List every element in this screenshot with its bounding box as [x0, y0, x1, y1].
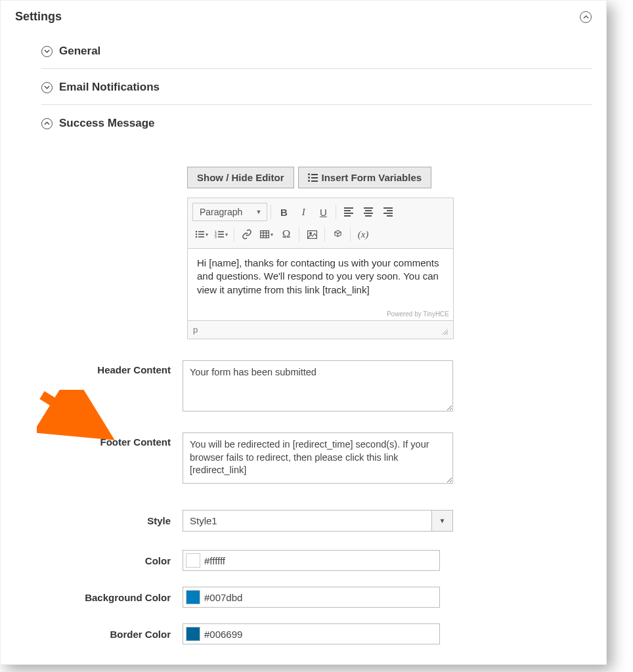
section-general[interactable]: General	[41, 33, 592, 69]
format-label: Paragraph	[200, 207, 242, 217]
section-success-message[interactable]: Success Message	[41, 105, 592, 140]
bold-button[interactable]: B	[274, 203, 293, 221]
border-color-row: Border Color	[41, 623, 592, 644]
color-row: Color	[41, 550, 592, 571]
powered-by-label: Powered by TinyHCE	[188, 309, 453, 320]
format-dropdown[interactable]: Paragraph ▼	[192, 203, 267, 221]
separator	[234, 227, 234, 242]
editor-toolbar: Paragraph ▼ B I U	[188, 198, 453, 249]
list-icon	[308, 173, 318, 182]
panel-title: Settings	[15, 10, 62, 24]
element-path: p	[193, 325, 198, 335]
color-input[interactable]	[203, 554, 437, 568]
separator	[299, 227, 299, 242]
underline-button[interactable]: U	[314, 203, 332, 221]
bg-color-row: Background Color	[41, 587, 592, 608]
svg-rect-12	[261, 231, 269, 238]
svg-text:3: 3	[215, 235, 217, 238]
style-row: Style Style1 ▼	[41, 510, 592, 532]
color-picker[interactable]	[183, 550, 440, 571]
svg-point-4	[196, 236, 198, 238]
settings-panel: Settings General Email Notifications Suc…	[0, 0, 607, 665]
bg-color-picker[interactable]	[183, 587, 440, 608]
svg-point-18	[309, 232, 311, 234]
italic-button[interactable]: I	[294, 203, 313, 221]
svg-rect-3	[198, 234, 204, 235]
editor-statusbar: p	[188, 320, 453, 339]
success-message-form: Show / Hide Editor Insert Form Variables	[41, 140, 592, 644]
widget-button[interactable]	[328, 225, 347, 243]
footer-content-input[interactable]	[183, 432, 453, 484]
numbered-list-button[interactable]: 123	[212, 225, 230, 243]
svg-rect-7	[218, 231, 224, 232]
color-swatch[interactable]	[186, 553, 200, 568]
align-right-button[interactable]	[379, 203, 397, 221]
color-swatch[interactable]	[186, 590, 200, 604]
svg-rect-11	[218, 236, 224, 238]
svg-rect-9	[218, 234, 224, 235]
section-label: Email Notifications	[59, 81, 160, 94]
separator	[350, 227, 351, 242]
toggle-editor-button[interactable]: Show / Hide Editor	[187, 167, 294, 188]
sections-container: General Email Notifications Success Mess…	[1, 33, 606, 664]
bg-color-input[interactable]	[203, 591, 437, 604]
caret-icon: ▼	[255, 209, 261, 215]
svg-rect-1	[198, 231, 204, 232]
button-label: Show / Hide Editor	[197, 172, 284, 183]
chevron-up-icon	[41, 118, 53, 129]
section-label: General	[59, 45, 100, 58]
field-label: Footer Content	[41, 432, 183, 448]
separator	[324, 227, 325, 242]
border-color-input[interactable]	[203, 627, 437, 641]
table-button[interactable]	[257, 225, 276, 243]
special-char-button[interactable]: Ω	[277, 225, 295, 243]
select-caret-icon[interactable]: ▼	[432, 510, 453, 532]
section-label: Success Message	[59, 117, 155, 130]
button-label: Insert Form Variables	[322, 172, 422, 183]
svg-point-0	[196, 231, 198, 233]
section-email-notifications[interactable]: Email Notifications	[41, 69, 592, 105]
chevron-down-icon	[41, 46, 53, 57]
color-swatch[interactable]	[186, 627, 200, 641]
header-content-row: Header Content	[41, 360, 592, 411]
bullet-list-button[interactable]	[192, 225, 211, 243]
footer-content-row: Footer Content	[41, 432, 592, 484]
field-label: Color	[41, 555, 183, 566]
field-label: Style	[41, 515, 183, 526]
header-content-input[interactable]	[183, 360, 453, 411]
rich-text-editor: Paragraph ▼ B I U	[187, 198, 454, 339]
select-value: Style1	[183, 510, 432, 532]
svg-rect-5	[198, 236, 204, 238]
resize-handle-icon[interactable]	[440, 327, 448, 335]
align-left-button[interactable]	[339, 203, 358, 221]
separator	[271, 205, 271, 219]
image-button[interactable]	[303, 225, 321, 243]
link-button[interactable]	[238, 225, 256, 243]
insert-variables-button[interactable]: Insert Form Variables	[298, 167, 432, 188]
field-label: Header Content	[41, 360, 183, 375]
field-label: Background Color	[41, 592, 183, 603]
border-color-picker[interactable]	[183, 623, 440, 644]
chevron-down-icon	[41, 82, 53, 93]
separator	[336, 205, 336, 219]
style-select[interactable]: Style1 ▼	[183, 510, 453, 532]
align-center-button[interactable]	[359, 203, 378, 221]
variable-button[interactable]: (x)	[354, 225, 372, 243]
editor-content-area[interactable]: Hi [name], thanks for contacting us with…	[188, 249, 453, 309]
collapse-panel-icon[interactable]	[580, 11, 592, 23]
field-label: Border Color	[41, 629, 183, 640]
panel-header: Settings	[1, 1, 606, 33]
svg-point-2	[196, 234, 198, 236]
editor-top-buttons: Show / Hide Editor Insert Form Variables	[187, 167, 592, 188]
editor-text: Hi [name], thanks for contacting us with…	[197, 257, 444, 297]
